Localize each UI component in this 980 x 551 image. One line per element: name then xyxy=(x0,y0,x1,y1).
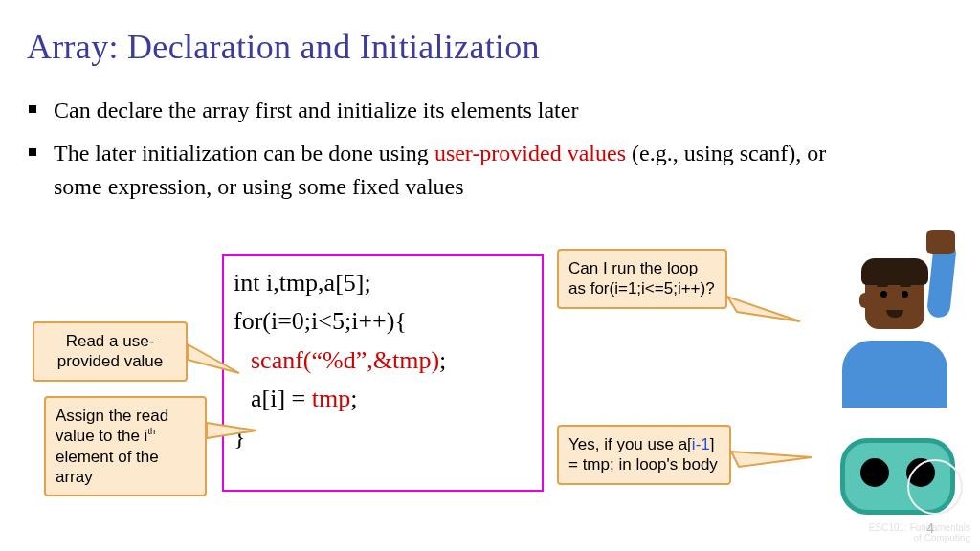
callout-text: Yes, if you use a[ xyxy=(568,435,692,453)
svg-marker-3 xyxy=(731,452,812,467)
code-semicolon: ; xyxy=(439,346,446,374)
callout-answer: Yes, if you use a[i-1] = tmp; in loop's … xyxy=(557,425,731,485)
bullet-list: Can declare the array first and initiali… xyxy=(27,94,850,212)
code-line: for(i=0;i<5;i++){ xyxy=(234,302,532,341)
callout-code: for(i=1;i<=5;i++)? xyxy=(590,279,715,298)
callout-text: element of the array xyxy=(56,448,159,486)
person-raising-hand-icon xyxy=(833,245,957,408)
watermark-text: ESC101: Fundamentals of Computing xyxy=(869,522,970,543)
code-line: int i,tmp,a[5]; xyxy=(234,264,532,302)
code-scanf: scanf(“%d”,&tmp) xyxy=(251,346,439,374)
code-semicolon: ; xyxy=(350,385,357,412)
code-line: } xyxy=(234,418,532,456)
bullet-text-highlight: user-provided values xyxy=(434,141,626,165)
callout-sup: th xyxy=(147,428,155,437)
watermark-seal-icon xyxy=(907,459,963,515)
bullet-item: The later initialization can be done usi… xyxy=(27,137,850,204)
bullet-text: Can declare the array first and initiali… xyxy=(54,98,578,122)
page-number: 4 xyxy=(926,520,934,536)
callout-index: i-1 xyxy=(692,435,710,453)
bullet-item: Can declare the array first and initiali… xyxy=(27,94,850,127)
code-tmp: tmp xyxy=(312,385,350,412)
code-line: scanf(“%d”,&tmp); xyxy=(234,342,532,380)
callout-read-value: Read a use- provided value xyxy=(33,321,188,382)
bullet-text-pre: The later initialization can be done usi… xyxy=(54,141,434,165)
svg-marker-2 xyxy=(727,297,800,321)
callout-assign-value: Assign the read value to the ith element… xyxy=(44,396,207,496)
callout-question: Can I run the loop as for(i=1;i<=5;i++)? xyxy=(557,249,727,309)
callout-text: Assign the read value to the i xyxy=(56,407,168,445)
code-assign-lhs: a[i] = xyxy=(251,385,312,412)
slide-title: Array: Declaration and Initialization xyxy=(27,27,540,67)
slide: Array: Declaration and Initialization Ca… xyxy=(0,0,980,551)
code-line: a[i] = tmp; xyxy=(234,380,532,418)
code-block: int i,tmp,a[5]; for(i=0;i<5;i++){ scanf(… xyxy=(222,254,544,492)
callout-text: Read a use- provided value xyxy=(57,332,164,370)
